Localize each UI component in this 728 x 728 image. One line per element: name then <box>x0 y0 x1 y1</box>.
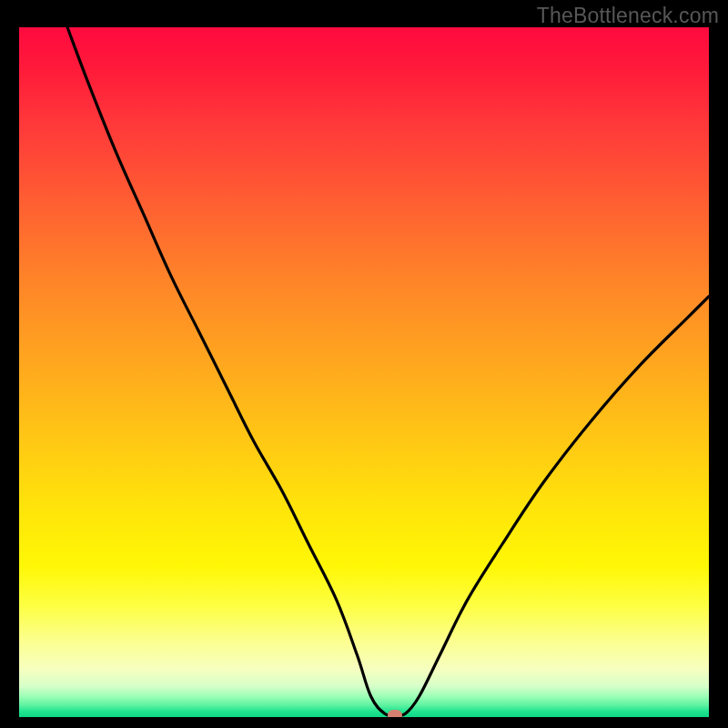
plot-area <box>19 27 709 717</box>
bottleneck-curve <box>19 27 709 717</box>
minimum-marker <box>388 710 402 717</box>
watermark-text: TheBottleneck.com <box>537 4 719 28</box>
plot-outer <box>19 27 709 717</box>
chart-frame: TheBottleneck.com <box>0 0 728 728</box>
